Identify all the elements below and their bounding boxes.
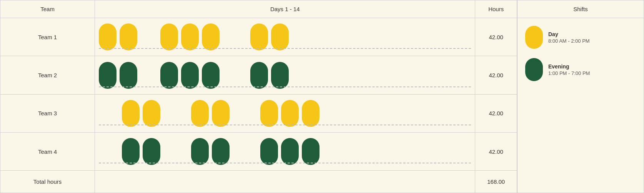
- header-team: Team: [0, 0, 95, 18]
- hours-value: 42.00: [475, 56, 517, 94]
- shift-block-day: [160, 23, 178, 50]
- header-hours: Hours: [475, 0, 517, 18]
- shift-block-evening: [191, 138, 209, 165]
- table-row: Team 442.00: [0, 133, 517, 171]
- shift-block-day: [212, 100, 230, 127]
- hours-value: 42.00: [475, 133, 517, 171]
- legend-title: Evening: [548, 63, 590, 70]
- shift-block-evening: [99, 62, 116, 89]
- shift-block-day: [271, 23, 289, 50]
- header-days: Days 1 - 14: [95, 0, 475, 18]
- hours-value: 42.00: [475, 94, 517, 132]
- shifts-container: [95, 133, 475, 170]
- dashed-separator: [99, 48, 471, 49]
- header-shifts: Shifts: [518, 0, 644, 18]
- legend-block-evening: [525, 58, 543, 81]
- schedule-table: Team Days 1 - 14 Hours Team 142.00Team 2…: [0, 0, 517, 193]
- table-row: Team 242.00: [0, 56, 517, 94]
- table-row: Team 142.00: [0, 18, 517, 56]
- shift-block-evening: [250, 62, 268, 89]
- total-row: Total hours168.00: [0, 171, 517, 193]
- legend-title: Day: [548, 31, 590, 37]
- shift-block-day: [181, 23, 199, 50]
- legend-table: Shifts Day8:00 AM - 2:00 PMEvening1:00 P…: [517, 0, 644, 193]
- shift-block-day: [143, 100, 160, 127]
- shifts-container: [95, 18, 475, 56]
- total-empty: [95, 171, 475, 193]
- shift-block-day: [191, 100, 209, 127]
- shifts-container: [95, 56, 475, 94]
- team-label: Team 3: [0, 94, 95, 132]
- table-row: Team 342.00: [0, 94, 517, 132]
- shifts-container: [95, 95, 475, 132]
- legend-item-day: Day8:00 AM - 2:00 PM: [525, 26, 636, 49]
- legend-text-evening: Evening1:00 PM - 7:00 PM: [548, 58, 590, 81]
- shift-block-evening: [143, 138, 160, 165]
- team-label: Team 2: [0, 56, 95, 94]
- shift-block-evening: [281, 138, 299, 165]
- team-label: Team 1: [0, 18, 95, 56]
- shift-block-day: [250, 23, 268, 50]
- hours-value: 42.00: [475, 18, 517, 56]
- legend-cell: Day8:00 AM - 2:00 PMEvening1:00 PM - 7:0…: [518, 18, 644, 193]
- page-wrapper: Team Days 1 - 14 Hours Team 142.00Team 2…: [0, 0, 644, 193]
- dashed-separator: [99, 163, 471, 163]
- legend-block-day: [525, 26, 543, 49]
- dashed-separator: [99, 125, 471, 125]
- shift-block-day: [202, 23, 220, 50]
- shift-block-evening: [271, 62, 289, 89]
- shift-block-evening: [212, 138, 230, 165]
- total-label: Total hours: [0, 171, 95, 193]
- shift-block-evening: [122, 138, 140, 165]
- shift-block-day: [281, 100, 299, 127]
- shifts-cell: [95, 56, 475, 94]
- shift-block-evening: [181, 62, 199, 89]
- shift-block-evening: [160, 62, 178, 89]
- legend-time: 1:00 PM - 7:00 PM: [548, 70, 590, 76]
- legend-time: 8:00 AM - 2:00 PM: [548, 38, 590, 44]
- shift-block-day: [99, 23, 116, 50]
- shift-block-evening: [260, 138, 278, 165]
- shifts-cell: [95, 18, 475, 56]
- shifts-cell: [95, 94, 475, 132]
- shift-block-day: [120, 23, 137, 50]
- shift-block-day: [122, 100, 140, 127]
- team-label: Team 4: [0, 133, 95, 171]
- shift-block-evening: [120, 62, 137, 89]
- shifts-cell: [95, 133, 475, 171]
- legend-item-evening: Evening1:00 PM - 7:00 PM: [525, 58, 636, 81]
- legend-text-day: Day8:00 AM - 2:00 PM: [548, 26, 590, 49]
- shift-block-evening: [302, 138, 320, 165]
- total-value: 168.00: [475, 171, 517, 193]
- shift-block-evening: [202, 62, 220, 89]
- dashed-separator: [99, 87, 471, 87]
- shift-block-day: [302, 100, 320, 127]
- shift-block-day: [260, 100, 278, 127]
